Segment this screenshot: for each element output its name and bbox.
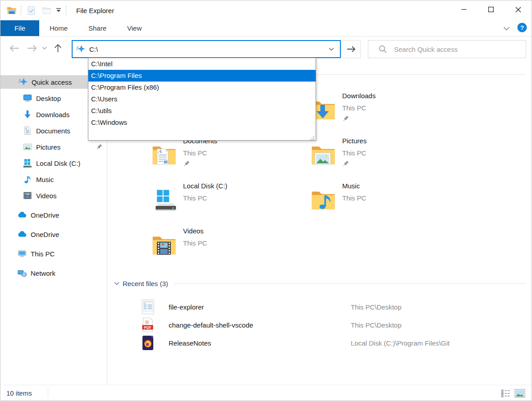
dropdown-item-c-program-files-x86[interactable]: C:\Program Files (x86) [88,82,316,93]
sidebar-item-onedrive-2[interactable]: OneDrive [0,228,107,241]
up-button[interactable] [54,44,62,53]
tab-view[interactable]: View [117,20,152,36]
pin-icon [183,160,217,167]
computer-monitor-icon [18,249,27,258]
tile-subtitle: This PC [342,149,367,158]
ribbon-tab-strip: File Home Share View ? [0,20,532,36]
sidebar-item-music[interactable]: Music [0,173,107,186]
recent-locations-chevron-icon[interactable] [42,46,47,50]
minimize-button[interactable] [450,0,477,18]
folder-music-icon [310,186,337,213]
tile-local-disk-c[interactable]: Local Disk (C:) This PC [151,177,310,222]
tile-subtitle: This PC [183,149,217,158]
window-controls [450,0,532,18]
recent-file-name: change-default-shell-vscode [169,321,253,329]
close-button[interactable] [504,0,532,18]
svg-text:?: ? [520,24,524,31]
tile-subtitle: This PC [183,194,227,203]
sidebar-item-pictures[interactable]: Pictures [0,140,107,154]
view-toggle-buttons [500,385,525,401]
tab-share[interactable]: Share [78,20,117,36]
tile-title: Downloads [342,91,376,100]
recent-file-row[interactable]: file-explorer This PC\Desktop [108,298,532,316]
dropdown-item-c-program-files[interactable]: C:\Program Files [88,70,316,82]
sidebar-item-label: Music [36,176,54,183]
go-to-address-button[interactable] [342,40,361,58]
recent-file-row[interactable]: change-default-shell-vscode This PC\Desk… [108,316,532,334]
resize-grip-icon[interactable] [310,134,315,139]
expand-ribbon-chevron-icon[interactable] [503,24,510,32]
search-input[interactable] [394,46,526,53]
file-explorer-logo-icon[interactable] [7,5,17,15]
dropdown-item-c-users[interactable]: C:\Users [88,93,316,105]
firefox-html-file-icon [142,335,154,351]
items-count: 10 items [6,389,32,397]
qat-new-folder-icon[interactable] [41,5,51,15]
dropdown-item-c-windows[interactable]: C:\Windows [88,117,316,128]
qat-properties-icon[interactable] [26,5,36,15]
qat-customize-chevron-icon[interactable] [55,6,62,14]
address-autocomplete-dropdown: C:\Intel C:\Program Files C:\Program Fil… [88,58,316,141]
window-title: File Explorer [76,7,114,14]
sidebar-item-label: Desktop [36,95,61,102]
large-icons-view-button[interactable] [514,389,525,398]
tab-file[interactable]: File [0,20,39,36]
tile-title: Local Disk (C:) [183,182,227,191]
sidebar-item-label: Downloads [36,111,69,118]
pin-icon [342,115,376,122]
recent-file-row[interactable]: ReleaseNotes Local Disk (C:)\Program Fil… [108,334,532,352]
collapse-chevron-icon[interactable] [114,282,119,285]
tile-videos[interactable]: Videos This PC [151,222,310,267]
back-button[interactable] [9,45,19,52]
disk-drive-icon [23,159,32,168]
title-bar: File Explorer [0,0,532,20]
sidebar-item-network[interactable]: Network [0,266,107,280]
tile-subtitle: This PC [183,239,207,248]
tab-home[interactable]: Home [39,20,78,36]
sidebar-item-label: OneDrive [31,211,59,219]
address-dropdown-chevron-icon[interactable] [323,41,340,57]
titlebar-separator [21,5,21,15]
details-view-button[interactable] [500,389,510,398]
maximize-button[interactable] [477,0,504,18]
folder-videos-icon [151,231,178,258]
film-strip-icon [23,191,32,200]
tile-subtitle: This PC [342,194,366,203]
document-page-icon [23,126,32,135]
dropdown-item-c-utils[interactable]: C:\utils [88,105,316,117]
recent-file-location: This PC\Desktop [351,303,402,311]
tile-downloads[interactable]: Downloads This PC [310,87,469,132]
forward-button[interactable] [27,45,37,52]
folder-documents-icon [151,141,178,168]
help-button[interactable]: ? [517,23,527,34]
tile-subtitle: This PC [342,104,376,113]
nav-buttons [0,36,72,60]
desktop-monitor-icon [23,94,32,103]
tile-pictures[interactable]: Pictures This PC [310,132,469,177]
sidebar-item-label: Videos [36,192,57,200]
file-explorer-window: File Explorer File Home Share View ? [0,0,532,401]
pdf-file-icon [142,317,154,333]
onedrive-cloud-icon [18,230,27,239]
tile-title: Pictures [342,137,367,146]
recent-files-header-label: Recent files (3) [123,280,168,287]
sidebar-item-videos[interactable]: Videos [0,189,107,202]
sidebar-item-onedrive-1[interactable]: OneDrive [0,208,107,222]
tile-title: Videos [183,227,207,236]
search-magnifier-icon [379,45,387,53]
sidebar-item-label: This PC [31,250,55,258]
recent-files-group-header[interactable]: Recent files (3) [114,279,526,288]
search-box[interactable] [368,40,526,58]
music-note-icon [23,175,32,184]
address-bar[interactable] [72,40,341,58]
tile-music[interactable]: Music This PC [310,177,469,222]
sidebar-item-this-pc[interactable]: This PC [0,247,107,260]
quick-access-star-icon [76,45,85,54]
sidebar-item-label: Quick access [32,78,72,86]
ribbon-right-controls: ? [503,20,527,36]
pin-icon [96,144,102,152]
sidebar-item-local-disk-c[interactable]: Local Disk (C:) [0,156,107,170]
status-bar: 10 items [0,385,532,401]
address-input[interactable] [89,46,323,53]
dropdown-item-c-intel[interactable]: C:\Intel [88,58,316,70]
